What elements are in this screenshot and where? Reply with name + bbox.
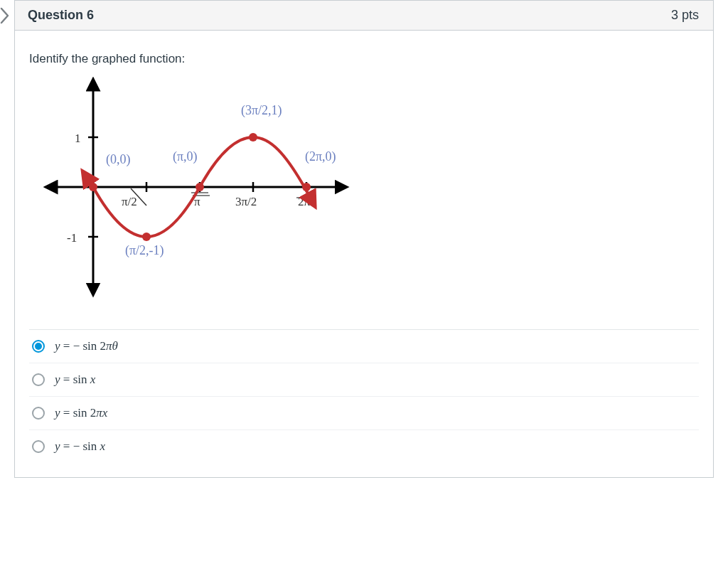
svg-point-12 xyxy=(89,183,97,191)
anno-0-0: (0,0) xyxy=(106,152,131,167)
radio-icon xyxy=(32,340,45,353)
question-body: Identify the graphed function: xyxy=(15,31,713,477)
answer-option-b[interactable]: y = sin x xyxy=(29,363,699,397)
anno-2pi-0: (2π,0) xyxy=(305,149,336,164)
svg-point-15 xyxy=(249,133,257,142)
anno-pi-0: (π,0) xyxy=(173,149,198,164)
question-card: Question 6 3 pts Identify the graphed fu… xyxy=(14,0,714,478)
radio-icon xyxy=(32,440,45,453)
anno-pi2-neg1: (π/2,-1) xyxy=(125,243,164,258)
x-tick-pi2: π/2 xyxy=(122,195,137,208)
answer-label: y = − sin 2πθ xyxy=(55,339,118,353)
svg-point-13 xyxy=(142,233,151,241)
x-tick-3pi2: 3π/2 xyxy=(235,195,257,208)
question-prompt: Identify the graphed function: xyxy=(29,52,699,66)
question-title: Question 6 xyxy=(28,8,94,23)
answer-option-d[interactable]: y = − sin x xyxy=(29,430,699,463)
question-header: Question 6 3 pts xyxy=(15,0,713,31)
anno-3pi2-1: (3π/2,1) xyxy=(241,103,282,118)
answer-option-a[interactable]: y = − sin 2πθ xyxy=(29,330,699,363)
answer-label: y = − sin x xyxy=(55,439,105,454)
answer-label: y = sin x xyxy=(55,373,95,387)
answer-list: y = − sin 2πθ y = sin x y = sin 2πx y = … xyxy=(29,329,699,463)
radio-icon xyxy=(32,407,45,420)
radio-icon xyxy=(32,373,45,386)
answer-option-c[interactable]: y = sin 2πx xyxy=(29,397,699,430)
svg-point-14 xyxy=(196,183,204,191)
y-tick-1: 1 xyxy=(75,132,81,145)
answer-label: y = sin 2πx xyxy=(55,406,107,420)
svg-point-16 xyxy=(302,183,311,191)
graph-figure: 1 -1 π/2 π 3π/2 2π xyxy=(29,73,356,301)
y-tick-neg1: -1 xyxy=(67,231,77,245)
question-points: 3 pts xyxy=(671,8,699,23)
chevron-right-icon xyxy=(0,7,10,24)
